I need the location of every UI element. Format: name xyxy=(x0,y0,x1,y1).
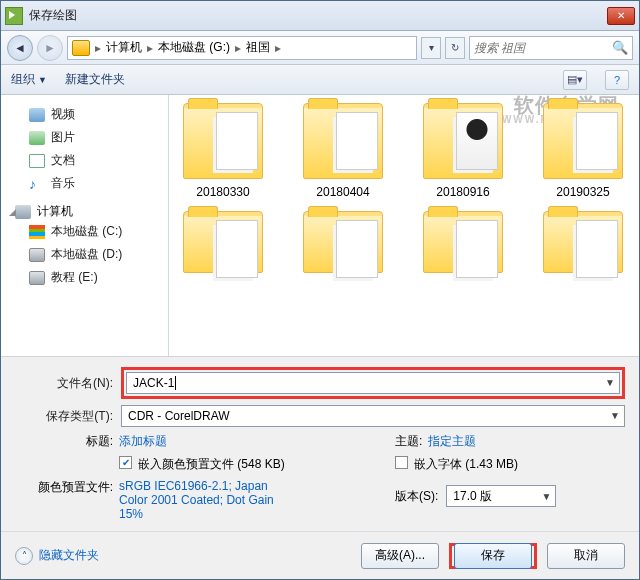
video-icon xyxy=(29,108,45,122)
hide-folders-toggle[interactable]: ˄ 隐藏文件夹 xyxy=(15,547,99,565)
color-profile-value: sRGB IEC61966-2.1; Japan Color 2001 Coat… xyxy=(119,479,289,521)
embed-color-label: 嵌入颜色预置文件 (548 KB) xyxy=(138,456,285,473)
forward-button[interactable]: ► xyxy=(37,35,63,61)
folder-label: 20190325 xyxy=(556,185,609,199)
folder-label: 20180330 xyxy=(196,185,249,199)
filetype-select[interactable]: CDR - CorelDRAW ▼ xyxy=(121,405,625,427)
form-area: 文件名(N): JACK-1 ▼ 保存类型(T): CDR - CorelDRA… xyxy=(1,356,639,531)
folder-item[interactable]: 20190325 xyxy=(539,103,627,199)
version-label: 版本(S): xyxy=(395,488,438,505)
folder-item[interactable]: 20180404 xyxy=(299,103,387,199)
sidebar: 视频 图片 文档 ♪音乐 ◢计算机 本地磁盘 (C:) 本地磁盘 (D:) 教程… xyxy=(1,95,169,356)
crumb-drive[interactable]: 本地磁盘 (G:) xyxy=(158,39,230,56)
sidebar-label: 教程 (E:) xyxy=(51,269,98,286)
file-pane[interactable]: 软件自学网 WWW.RJZXW.COM 20180330 20180404 20… xyxy=(169,95,639,356)
embed-color-checkbox[interactable]: ✔ xyxy=(119,456,132,469)
document-icon xyxy=(29,154,45,168)
subject-label: 主题: xyxy=(395,433,422,450)
cancel-button[interactable]: 取消 xyxy=(547,543,625,569)
sidebar-label: 视频 xyxy=(51,106,75,123)
sidebar-label: 图片 xyxy=(51,129,75,146)
subject-value[interactable]: 指定主题 xyxy=(428,433,476,450)
folder-item[interactable] xyxy=(179,211,267,279)
color-profile-label: 颜色预置文件: xyxy=(15,479,113,496)
organize-menu[interactable]: 组织 ▼ xyxy=(11,71,47,88)
advanced-button[interactable]: 高级(A)... xyxy=(361,543,439,569)
search-input[interactable] xyxy=(474,41,608,55)
sidebar-item-video[interactable]: 视频 xyxy=(9,103,160,126)
sidebar-item-pictures[interactable]: 图片 xyxy=(9,126,160,149)
windows-drive-icon xyxy=(29,225,45,239)
drive-icon xyxy=(29,248,45,262)
title-value[interactable]: 添加标题 xyxy=(119,433,167,450)
sidebar-drive-e[interactable]: 教程 (E:) xyxy=(9,266,160,289)
chevron-up-icon: ˄ xyxy=(15,547,33,565)
title-label: 标题: xyxy=(15,433,113,450)
help-button[interactable]: ? xyxy=(605,70,629,90)
image-icon xyxy=(29,131,45,145)
breadcrumb[interactable]: ▸ 计算机 ▸ 本地磁盘 (G:) ▸ 祖国 ▸ xyxy=(67,36,417,60)
back-button[interactable]: ◄ xyxy=(7,35,33,61)
toolbar: 组织 ▼ 新建文件夹 ▤▾ ? xyxy=(1,65,639,95)
window-title: 保存绘图 xyxy=(29,7,607,24)
crumb-folder[interactable]: 祖国 xyxy=(246,39,270,56)
folder-label: 20180404 xyxy=(316,185,369,199)
sidebar-drive-d[interactable]: 本地磁盘 (D:) xyxy=(9,243,160,266)
navbar: ◄ ► ▸ 计算机 ▸ 本地磁盘 (G:) ▸ 祖国 ▸ ▾ ↻ 🔍 xyxy=(1,31,639,65)
folder-item[interactable] xyxy=(299,211,387,279)
embed-font-checkbox[interactable] xyxy=(395,456,408,469)
filename-input[interactable]: JACK-1 ▼ xyxy=(126,372,620,394)
folder-item[interactable] xyxy=(539,211,627,279)
folder-icon xyxy=(72,40,90,56)
embed-font-label: 嵌入字体 (1.43 MB) xyxy=(414,456,518,473)
save-dialog: 保存绘图 ✕ ◄ ► ▸ 计算机 ▸ 本地磁盘 (G:) ▸ 祖国 ▸ ▾ ↻ … xyxy=(0,0,640,580)
crumb-computer[interactable]: 计算机 xyxy=(106,39,142,56)
filename-label: 文件名(N): xyxy=(15,375,113,392)
computer-icon xyxy=(15,205,31,219)
sidebar-label: 音乐 xyxy=(51,175,75,192)
folder-label: 20180916 xyxy=(436,185,489,199)
folder-item[interactable] xyxy=(419,211,507,279)
sidebar-label: 本地磁盘 (D:) xyxy=(51,246,122,263)
filename-highlight: JACK-1 ▼ xyxy=(121,367,625,399)
music-icon: ♪ xyxy=(29,177,45,191)
sidebar-item-music[interactable]: ♪音乐 xyxy=(9,172,160,195)
sidebar-item-documents[interactable]: 文档 xyxy=(9,149,160,172)
chevron-down-icon[interactable]: ▼ xyxy=(610,410,620,421)
sidebar-label: 本地磁盘 (C:) xyxy=(51,223,122,240)
sidebar-computer-header[interactable]: ◢计算机 xyxy=(9,203,160,220)
sidebar-label: 文档 xyxy=(51,152,75,169)
filename-value: JACK-1 xyxy=(133,376,174,390)
footer: ˄ 隐藏文件夹 高级(A)... 保存 取消 xyxy=(1,531,639,579)
folder-item[interactable]: 20180916 xyxy=(419,103,507,199)
folder-item[interactable]: 20180330 xyxy=(179,103,267,199)
save-button[interactable]: 保存 xyxy=(454,543,532,569)
view-button[interactable]: ▤▾ xyxy=(563,70,587,90)
search-box[interactable]: 🔍 xyxy=(469,36,633,60)
app-icon xyxy=(5,7,23,25)
version-select[interactable]: 17.0 版 ▼ xyxy=(446,485,556,507)
body: 视频 图片 文档 ♪音乐 ◢计算机 本地磁盘 (C:) 本地磁盘 (D:) 教程… xyxy=(1,95,639,356)
version-value: 17.0 版 xyxy=(453,488,492,505)
chevron-down-icon[interactable]: ▼ xyxy=(541,491,551,502)
close-button[interactable]: ✕ xyxy=(607,7,635,25)
filetype-label: 保存类型(T): xyxy=(15,408,113,425)
sidebar-drive-c[interactable]: 本地磁盘 (C:) xyxy=(9,220,160,243)
save-highlight: 保存 xyxy=(449,543,537,569)
new-folder-button[interactable]: 新建文件夹 xyxy=(65,71,125,88)
drive-icon xyxy=(29,271,45,285)
filetype-value: CDR - CorelDRAW xyxy=(128,409,230,423)
search-icon: 🔍 xyxy=(612,40,628,55)
chevron-down-icon[interactable]: ▼ xyxy=(605,377,615,388)
titlebar: 保存绘图 ✕ xyxy=(1,1,639,31)
refresh-button[interactable]: ↻ xyxy=(445,37,465,59)
dropdown-history-button[interactable]: ▾ xyxy=(421,37,441,59)
sidebar-label: 计算机 xyxy=(37,203,73,220)
